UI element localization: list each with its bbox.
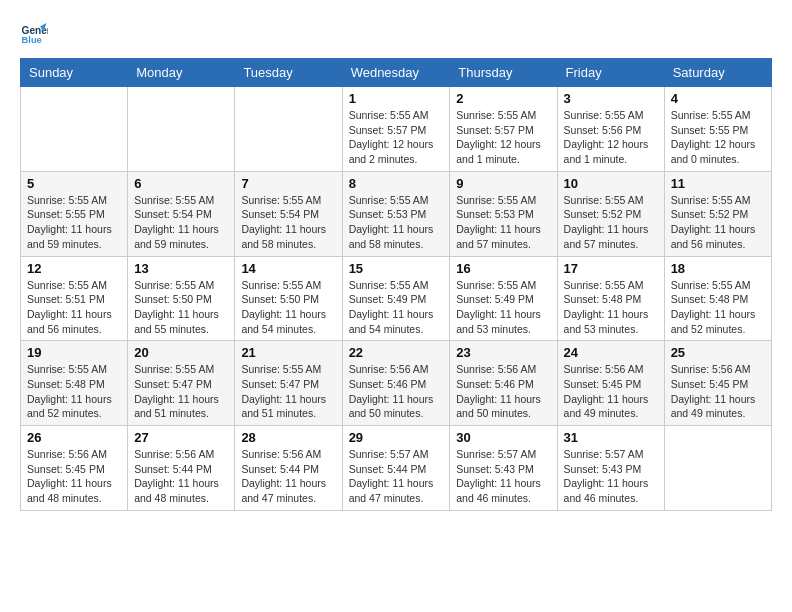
day-info: Sunrise: 5:56 AMSunset: 5:46 PMDaylight:… — [349, 362, 444, 421]
day-number: 20 — [134, 345, 228, 360]
day-number: 5 — [27, 176, 121, 191]
day-info: Sunrise: 5:55 AMSunset: 5:53 PMDaylight:… — [349, 193, 444, 252]
day-info: Sunrise: 5:55 AMSunset: 5:53 PMDaylight:… — [456, 193, 550, 252]
day-number: 30 — [456, 430, 550, 445]
calendar-cell: 26Sunrise: 5:56 AMSunset: 5:45 PMDayligh… — [21, 426, 128, 511]
day-number: 14 — [241, 261, 335, 276]
page-header: General Blue — [20, 20, 772, 48]
weekday-header: Wednesday — [342, 59, 450, 87]
day-number: 19 — [27, 345, 121, 360]
calendar-cell: 27Sunrise: 5:56 AMSunset: 5:44 PMDayligh… — [128, 426, 235, 511]
day-info: Sunrise: 5:56 AMSunset: 5:46 PMDaylight:… — [456, 362, 550, 421]
day-info: Sunrise: 5:57 AMSunset: 5:43 PMDaylight:… — [564, 447, 658, 506]
calendar-cell: 20Sunrise: 5:55 AMSunset: 5:47 PMDayligh… — [128, 341, 235, 426]
calendar-cell: 6Sunrise: 5:55 AMSunset: 5:54 PMDaylight… — [128, 171, 235, 256]
day-number: 4 — [671, 91, 765, 106]
weekday-header: Thursday — [450, 59, 557, 87]
day-number: 22 — [349, 345, 444, 360]
calendar-cell: 12Sunrise: 5:55 AMSunset: 5:51 PMDayligh… — [21, 256, 128, 341]
calendar-cell: 10Sunrise: 5:55 AMSunset: 5:52 PMDayligh… — [557, 171, 664, 256]
calendar-cell: 1Sunrise: 5:55 AMSunset: 5:57 PMDaylight… — [342, 87, 450, 172]
calendar-cell: 11Sunrise: 5:55 AMSunset: 5:52 PMDayligh… — [664, 171, 771, 256]
calendar-cell: 2Sunrise: 5:55 AMSunset: 5:57 PMDaylight… — [450, 87, 557, 172]
day-info: Sunrise: 5:55 AMSunset: 5:50 PMDaylight:… — [134, 278, 228, 337]
calendar-cell: 24Sunrise: 5:56 AMSunset: 5:45 PMDayligh… — [557, 341, 664, 426]
svg-text:Blue: Blue — [22, 35, 42, 45]
day-info: Sunrise: 5:55 AMSunset: 5:49 PMDaylight:… — [456, 278, 550, 337]
calendar-week-row: 19Sunrise: 5:55 AMSunset: 5:48 PMDayligh… — [21, 341, 772, 426]
calendar-cell: 15Sunrise: 5:55 AMSunset: 5:49 PMDayligh… — [342, 256, 450, 341]
day-number: 31 — [564, 430, 658, 445]
day-info: Sunrise: 5:57 AMSunset: 5:44 PMDaylight:… — [349, 447, 444, 506]
calendar-cell: 4Sunrise: 5:55 AMSunset: 5:55 PMDaylight… — [664, 87, 771, 172]
day-number: 17 — [564, 261, 658, 276]
day-number: 11 — [671, 176, 765, 191]
calendar-cell: 19Sunrise: 5:55 AMSunset: 5:48 PMDayligh… — [21, 341, 128, 426]
calendar-cell: 22Sunrise: 5:56 AMSunset: 5:46 PMDayligh… — [342, 341, 450, 426]
calendar-cell: 8Sunrise: 5:55 AMSunset: 5:53 PMDaylight… — [342, 171, 450, 256]
day-number: 26 — [27, 430, 121, 445]
day-number: 18 — [671, 261, 765, 276]
logo-icon: General Blue — [20, 20, 48, 48]
day-number: 2 — [456, 91, 550, 106]
calendar-cell: 30Sunrise: 5:57 AMSunset: 5:43 PMDayligh… — [450, 426, 557, 511]
day-number: 7 — [241, 176, 335, 191]
day-number: 9 — [456, 176, 550, 191]
calendar-cell: 9Sunrise: 5:55 AMSunset: 5:53 PMDaylight… — [450, 171, 557, 256]
day-info: Sunrise: 5:55 AMSunset: 5:56 PMDaylight:… — [564, 108, 658, 167]
calendar-cell: 14Sunrise: 5:55 AMSunset: 5:50 PMDayligh… — [235, 256, 342, 341]
day-number: 21 — [241, 345, 335, 360]
day-info: Sunrise: 5:55 AMSunset: 5:47 PMDaylight:… — [241, 362, 335, 421]
calendar-cell: 21Sunrise: 5:55 AMSunset: 5:47 PMDayligh… — [235, 341, 342, 426]
calendar-cell — [21, 87, 128, 172]
day-number: 10 — [564, 176, 658, 191]
calendar-body: 1Sunrise: 5:55 AMSunset: 5:57 PMDaylight… — [21, 87, 772, 511]
day-number: 12 — [27, 261, 121, 276]
day-info: Sunrise: 5:55 AMSunset: 5:48 PMDaylight:… — [27, 362, 121, 421]
day-number: 29 — [349, 430, 444, 445]
day-info: Sunrise: 5:56 AMSunset: 5:44 PMDaylight:… — [241, 447, 335, 506]
day-number: 16 — [456, 261, 550, 276]
day-info: Sunrise: 5:55 AMSunset: 5:54 PMDaylight:… — [241, 193, 335, 252]
weekday-header: Sunday — [21, 59, 128, 87]
calendar-cell — [664, 426, 771, 511]
day-info: Sunrise: 5:55 AMSunset: 5:52 PMDaylight:… — [671, 193, 765, 252]
calendar-cell: 29Sunrise: 5:57 AMSunset: 5:44 PMDayligh… — [342, 426, 450, 511]
day-info: Sunrise: 5:56 AMSunset: 5:45 PMDaylight:… — [27, 447, 121, 506]
calendar-week-row: 26Sunrise: 5:56 AMSunset: 5:45 PMDayligh… — [21, 426, 772, 511]
calendar-cell: 17Sunrise: 5:55 AMSunset: 5:48 PMDayligh… — [557, 256, 664, 341]
day-info: Sunrise: 5:55 AMSunset: 5:50 PMDaylight:… — [241, 278, 335, 337]
day-info: Sunrise: 5:55 AMSunset: 5:48 PMDaylight:… — [564, 278, 658, 337]
calendar-header-row: SundayMondayTuesdayWednesdayThursdayFrid… — [21, 59, 772, 87]
weekday-header: Monday — [128, 59, 235, 87]
calendar-cell: 18Sunrise: 5:55 AMSunset: 5:48 PMDayligh… — [664, 256, 771, 341]
calendar-week-row: 12Sunrise: 5:55 AMSunset: 5:51 PMDayligh… — [21, 256, 772, 341]
day-number: 28 — [241, 430, 335, 445]
weekday-header: Friday — [557, 59, 664, 87]
day-info: Sunrise: 5:57 AMSunset: 5:43 PMDaylight:… — [456, 447, 550, 506]
day-info: Sunrise: 5:55 AMSunset: 5:57 PMDaylight:… — [456, 108, 550, 167]
day-info: Sunrise: 5:56 AMSunset: 5:44 PMDaylight:… — [134, 447, 228, 506]
day-info: Sunrise: 5:56 AMSunset: 5:45 PMDaylight:… — [564, 362, 658, 421]
calendar-week-row: 5Sunrise: 5:55 AMSunset: 5:55 PMDaylight… — [21, 171, 772, 256]
logo: General Blue — [20, 20, 48, 48]
day-info: Sunrise: 5:55 AMSunset: 5:47 PMDaylight:… — [134, 362, 228, 421]
calendar-cell — [235, 87, 342, 172]
day-number: 1 — [349, 91, 444, 106]
day-number: 13 — [134, 261, 228, 276]
calendar-cell: 13Sunrise: 5:55 AMSunset: 5:50 PMDayligh… — [128, 256, 235, 341]
day-number: 23 — [456, 345, 550, 360]
calendar-cell — [128, 87, 235, 172]
day-info: Sunrise: 5:55 AMSunset: 5:52 PMDaylight:… — [564, 193, 658, 252]
calendar-cell: 25Sunrise: 5:56 AMSunset: 5:45 PMDayligh… — [664, 341, 771, 426]
day-info: Sunrise: 5:55 AMSunset: 5:51 PMDaylight:… — [27, 278, 121, 337]
day-info: Sunrise: 5:55 AMSunset: 5:55 PMDaylight:… — [27, 193, 121, 252]
day-number: 24 — [564, 345, 658, 360]
calendar-table: SundayMondayTuesdayWednesdayThursdayFrid… — [20, 58, 772, 511]
calendar-cell: 28Sunrise: 5:56 AMSunset: 5:44 PMDayligh… — [235, 426, 342, 511]
day-number: 6 — [134, 176, 228, 191]
calendar-cell: 7Sunrise: 5:55 AMSunset: 5:54 PMDaylight… — [235, 171, 342, 256]
day-info: Sunrise: 5:55 AMSunset: 5:48 PMDaylight:… — [671, 278, 765, 337]
day-info: Sunrise: 5:55 AMSunset: 5:57 PMDaylight:… — [349, 108, 444, 167]
calendar-cell: 3Sunrise: 5:55 AMSunset: 5:56 PMDaylight… — [557, 87, 664, 172]
